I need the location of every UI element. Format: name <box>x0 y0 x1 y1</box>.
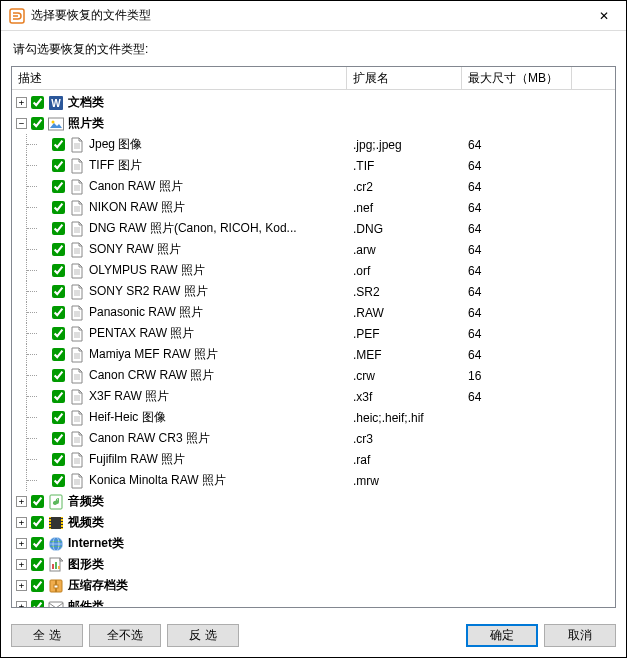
app-icon <box>9 8 25 24</box>
file-type-label: NIKON RAW 照片 <box>89 199 185 216</box>
file-type-row[interactable]: PENTAX RAW 照片.PEF64 <box>12 323 615 344</box>
category-row-mail[interactable]: +邮件类 <box>12 596 615 607</box>
category-row-photos[interactable]: −照片类 <box>12 113 615 134</box>
file-type-tree: 描述 扩展名 最大尺寸（MB） +W文档类−照片类Jpeg 图像.jpg;.jp… <box>11 66 616 608</box>
ok-button[interactable]: 确定 <box>466 624 538 647</box>
file-type-ext: .crw <box>347 369 462 383</box>
expander-icon[interactable]: + <box>16 559 27 570</box>
select-all-button[interactable]: 全 选 <box>11 624 83 647</box>
category-checkbox[interactable] <box>31 537 44 550</box>
file-type-row[interactable]: Panasonic RAW 照片.RAW64 <box>12 302 615 323</box>
file-type-row[interactable]: Canon CRW RAW 照片.crw16 <box>12 365 615 386</box>
file-type-ext: .SR2 <box>347 285 462 299</box>
select-none-button[interactable]: 全不选 <box>89 624 161 647</box>
file-type-row[interactable]: Canon RAW CR3 照片.cr3 <box>12 428 615 449</box>
file-type-checkbox[interactable] <box>52 138 65 151</box>
file-type-checkbox[interactable] <box>52 432 65 445</box>
file-icon <box>69 389 85 405</box>
file-type-row[interactable]: TIFF 图片.TIF64 <box>12 155 615 176</box>
file-type-checkbox[interactable] <box>52 243 65 256</box>
close-button[interactable]: ✕ <box>581 1 626 30</box>
file-type-row[interactable]: Jpeg 图像.jpg;.jpeg64 <box>12 134 615 155</box>
file-type-checkbox[interactable] <box>52 201 65 214</box>
category-checkbox[interactable] <box>31 579 44 592</box>
file-type-size: 64 <box>462 264 572 278</box>
image-icon <box>48 116 64 132</box>
file-type-checkbox[interactable] <box>52 474 65 487</box>
expander-icon[interactable]: + <box>16 496 27 507</box>
category-label: 音频类 <box>68 493 104 510</box>
file-icon <box>69 242 85 258</box>
category-row-audio[interactable]: +音频类 <box>12 491 615 512</box>
category-label: 文档类 <box>68 94 104 111</box>
file-type-row[interactable]: X3F RAW 照片.x3f64 <box>12 386 615 407</box>
file-type-label: X3F RAW 照片 <box>89 388 169 405</box>
file-type-checkbox[interactable] <box>52 159 65 172</box>
file-type-checkbox[interactable] <box>52 390 65 403</box>
column-header-ext[interactable]: 扩展名 <box>347 67 462 89</box>
category-checkbox[interactable] <box>31 516 44 529</box>
file-type-row[interactable]: SONY RAW 照片.arw64 <box>12 239 615 260</box>
svg-rect-64 <box>61 518 63 519</box>
category-label: 视频类 <box>68 514 104 531</box>
file-type-checkbox[interactable] <box>52 264 65 277</box>
file-type-size: 64 <box>462 159 572 173</box>
category-row-graphics[interactable]: +图形类 <box>12 554 615 575</box>
category-row-archive[interactable]: +压缩存档类 <box>12 575 615 596</box>
file-type-row[interactable]: Heif-Heic 图像.heic;.heif;.hif <box>12 407 615 428</box>
file-type-row[interactable]: DNG RAW 照片(Canon, RICOH, Kod....DNG64 <box>12 218 615 239</box>
file-type-checkbox[interactable] <box>52 180 65 193</box>
category-checkbox[interactable] <box>31 96 44 109</box>
cancel-button[interactable]: 取消 <box>544 624 616 647</box>
category-row-docs[interactable]: +W文档类 <box>12 92 615 113</box>
category-checkbox[interactable] <box>31 558 44 571</box>
file-type-row[interactable]: OLYMPUS RAW 照片.orf64 <box>12 260 615 281</box>
column-header-desc[interactable]: 描述 <box>12 67 347 89</box>
category-checkbox[interactable] <box>31 117 44 130</box>
svg-rect-65 <box>61 521 63 522</box>
expander-icon[interactable]: + <box>16 580 27 591</box>
expander-icon[interactable]: + <box>16 97 27 108</box>
file-type-size: 64 <box>462 306 572 320</box>
category-checkbox[interactable] <box>31 495 44 508</box>
file-type-checkbox[interactable] <box>52 453 65 466</box>
file-type-label: Heif-Heic 图像 <box>89 409 166 426</box>
globe-icon <box>48 536 64 552</box>
category-checkbox[interactable] <box>31 600 44 607</box>
file-type-checkbox[interactable] <box>52 222 65 235</box>
svg-text:W: W <box>51 98 61 109</box>
file-type-row[interactable]: Konica Minolta RAW 照片.mrw <box>12 470 615 491</box>
file-type-checkbox[interactable] <box>52 306 65 319</box>
file-type-ext: .cr2 <box>347 180 462 194</box>
file-type-ext: .raf <box>347 453 462 467</box>
file-type-checkbox[interactable] <box>52 369 65 382</box>
column-header-size[interactable]: 最大尺寸（MB） <box>462 67 572 89</box>
file-type-row[interactable]: NIKON RAW 照片.nef64 <box>12 197 615 218</box>
category-row-video[interactable]: +视频类 <box>12 512 615 533</box>
file-type-checkbox[interactable] <box>52 327 65 340</box>
file-type-size: 64 <box>462 222 572 236</box>
expander-icon[interactable]: + <box>16 538 27 549</box>
file-type-row[interactable]: SONY SR2 RAW 照片.SR264 <box>12 281 615 302</box>
file-type-checkbox[interactable] <box>52 348 65 361</box>
file-type-ext: .TIF <box>347 159 462 173</box>
category-label: 压缩存档类 <box>68 577 128 594</box>
file-icon <box>69 221 85 237</box>
file-type-checkbox[interactable] <box>52 285 65 298</box>
file-type-checkbox[interactable] <box>52 411 65 424</box>
file-type-ext: .mrw <box>347 474 462 488</box>
tree-body[interactable]: +W文档类−照片类Jpeg 图像.jpg;.jpeg64TIFF 图片.TIF6… <box>12 90 615 607</box>
file-type-row[interactable]: Mamiya MEF RAW 照片.MEF64 <box>12 344 615 365</box>
category-row-internet[interactable]: +Internet类 <box>12 533 615 554</box>
file-type-ext: .heic;.heif;.hif <box>347 411 462 425</box>
category-label: Internet类 <box>68 535 124 552</box>
expander-icon[interactable]: + <box>16 517 27 528</box>
file-type-row[interactable]: Fujifilm RAW 照片.raf <box>12 449 615 470</box>
file-type-row[interactable]: Canon RAW 照片.cr264 <box>12 176 615 197</box>
expander-icon[interactable]: − <box>16 118 27 129</box>
file-type-label: Jpeg 图像 <box>89 136 142 153</box>
expander-icon[interactable]: + <box>16 601 27 607</box>
invert-selection-button[interactable]: 反 选 <box>167 624 239 647</box>
file-type-label: Canon RAW CR3 照片 <box>89 430 210 447</box>
file-type-ext: .orf <box>347 264 462 278</box>
